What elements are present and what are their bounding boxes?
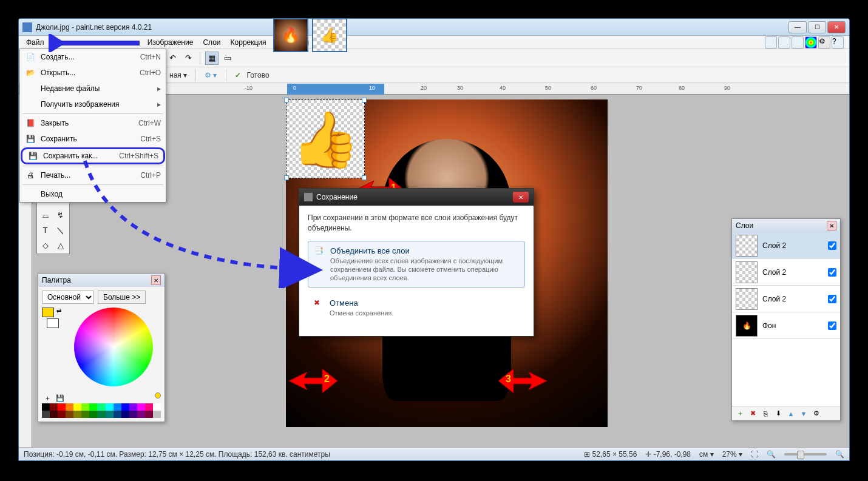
- zoom-slider[interactable]: [784, 453, 827, 456]
- menu-acquire[interactable]: Получить изображения▸: [20, 96, 166, 112]
- primary-color-swatch[interactable]: [42, 308, 54, 317]
- merge-layers-option[interactable]: 📑 Объединить все слои Объединение всех с…: [308, 241, 525, 288]
- menubar: Файл Правка Вид Изображение Слои Коррекц…: [19, 36, 849, 49]
- palette-add-icon[interactable]: ＋: [42, 392, 53, 403]
- palette-save-icon[interactable]: 💾: [55, 392, 66, 403]
- color-mode-select[interactable]: Основной: [42, 291, 94, 304]
- redo-button[interactable]: ↷: [181, 52, 195, 65]
- chevron-right-icon: ▸: [157, 84, 161, 93]
- layers-panel-close[interactable]: ✕: [827, 221, 836, 230]
- aux-toolbar: ⚙ ?: [765, 36, 844, 49]
- maximize-button[interactable]: ☐: [808, 21, 826, 33]
- menu-open[interactable]: 📂Открыть...Ctrl+O: [20, 65, 166, 81]
- colors-panel-title[interactable]: Палитра ✕: [38, 274, 164, 287]
- text-tool[interactable]: T: [38, 223, 52, 237]
- layer-visible-checkbox[interactable]: [828, 295, 836, 303]
- help-icon[interactable]: ?: [832, 36, 844, 49]
- menu-file[interactable]: Файл: [21, 37, 49, 48]
- close-button[interactable]: ✕: [827, 21, 846, 33]
- move-up-button[interactable]: ▲: [785, 408, 796, 419]
- handle-nw[interactable]: [284, 98, 289, 103]
- app-icon: [22, 22, 32, 32]
- print-icon: 🖨: [25, 170, 36, 181]
- colors-panel-close[interactable]: ✕: [151, 275, 161, 285]
- menu-exit[interactable]: Выход: [20, 186, 166, 202]
- menu-print[interactable]: 🖨Печать...Ctrl+P: [20, 167, 166, 183]
- unit-dropdown[interactable]: см ▾: [699, 450, 714, 459]
- magnifier-icon[interactable]: [765, 36, 777, 49]
- handle-ne[interactable]: [362, 98, 367, 103]
- layer-row[interactable]: Слой 2: [732, 232, 840, 259]
- zoom-fit-icon[interactable]: ⛶: [751, 450, 758, 459]
- undo-button[interactable]: ↶: [166, 52, 179, 65]
- layer-visible-checkbox[interactable]: [828, 268, 836, 277]
- cancel-title: Отмена: [330, 298, 393, 308]
- color-strip[interactable]: [42, 403, 161, 411]
- layer-properties-button[interactable]: ⚙: [811, 408, 822, 419]
- ready-label: Готово: [247, 71, 270, 79]
- merge-down-button[interactable]: ⬇: [773, 408, 784, 419]
- menu-new[interactable]: 📄Создать...Ctrl+N: [20, 49, 166, 65]
- thumb-2[interactable]: 👍: [312, 18, 347, 52]
- menu-save-as[interactable]: 💾Сохранить как...Ctrl+Shift+S: [21, 147, 165, 164]
- menu-close[interactable]: 📕ЗакрытьCtrl+W: [20, 115, 166, 131]
- handle-sw[interactable]: [284, 175, 289, 180]
- layer-row[interactable]: Слой 2: [732, 259, 840, 286]
- add-layer-button[interactable]: ＋: [734, 408, 745, 419]
- layer-visible-checkbox[interactable]: [828, 241, 836, 250]
- cancel-desc: Отмена сохранения.: [330, 309, 393, 317]
- recolor-tool[interactable]: ↯: [53, 208, 67, 222]
- merge-title: Объединить все слои: [330, 246, 518, 255]
- status-dimensions: ⊞ 52,65 × 55,56: [584, 450, 637, 459]
- save-icon: 💾: [25, 133, 36, 144]
- duplicate-layer-button[interactable]: ⎘: [760, 408, 771, 419]
- new-icon: 📄: [25, 52, 36, 62]
- colors-panel: Палитра ✕ Основной Больше >> ⇄ ＋ 💾: [38, 273, 165, 422]
- dialog-titlebar[interactable]: Сохранение ✕: [299, 189, 534, 206]
- secondary-color-swatch[interactable]: [47, 318, 59, 328]
- color-wheel[interactable]: [74, 308, 153, 386]
- history-panel-icon[interactable]: [778, 36, 790, 49]
- layers-panel-title[interactable]: Слои ✕: [732, 219, 840, 232]
- layer-visible-checkbox[interactable]: [828, 321, 836, 330]
- dialog-message: При сохранении в этом формате все слои и…: [308, 213, 525, 234]
- zoom-out-icon[interactable]: 🔍: [767, 450, 776, 459]
- dialog-close-button[interactable]: ✕: [513, 192, 529, 203]
- layer-thumb: [736, 288, 758, 310]
- zoom-level[interactable]: 27% ▾: [722, 450, 742, 459]
- statusbar: Позиция: -0,19 см, -0,11 см. Размер: 12,…: [19, 447, 849, 460]
- color-strip-2[interactable]: [42, 411, 161, 418]
- menu-layers[interactable]: Слои: [198, 37, 225, 48]
- thumb-1[interactable]: 🔥: [273, 18, 308, 52]
- rotate-button[interactable]: ⚙ ▾: [205, 71, 217, 79]
- more-button[interactable]: Больше >>: [98, 291, 146, 304]
- settings-icon[interactable]: ⚙: [818, 36, 830, 49]
- colors-panel-icon[interactable]: [805, 36, 817, 49]
- line-tool[interactable]: ＼: [53, 223, 67, 237]
- menu-save[interactable]: 💾СохранитьCtrl+S: [20, 131, 166, 147]
- zoom-in-icon[interactable]: 🔍: [835, 450, 844, 459]
- handle-se[interactable]: [362, 175, 367, 180]
- mode-dropdown[interactable]: ная ▾: [169, 71, 187, 79]
- minimize-button[interactable]: —: [788, 21, 807, 33]
- open-icon: 📂: [25, 67, 36, 78]
- selection-rect[interactable]: 👍: [286, 99, 365, 178]
- delete-layer-button[interactable]: ✖: [747, 408, 758, 419]
- move-down-button[interactable]: ▼: [798, 408, 809, 419]
- grid-button[interactable]: ▦: [205, 52, 219, 65]
- layers-panel-icon[interactable]: [792, 36, 804, 49]
- shapes2-tool[interactable]: △: [53, 238, 67, 252]
- layer-row[interactable]: Слой 2: [732, 286, 840, 312]
- apply-button[interactable]: ✓: [235, 71, 241, 79]
- layer-row[interactable]: 🔥Фон: [732, 312, 840, 339]
- menu-recent[interactable]: Недавние файлы▸: [20, 81, 166, 96]
- menu-adjustments[interactable]: Коррекция: [226, 37, 271, 48]
- clone-tool[interactable]: ⌓: [38, 208, 52, 222]
- close-file-icon: 📕: [25, 118, 36, 129]
- shapes-tool[interactable]: ◇: [38, 238, 52, 252]
- cancel-option[interactable]: ✖ Отмена Отмена сохранения.: [308, 294, 525, 322]
- swap-colors-icon[interactable]: ⇄: [56, 308, 61, 317]
- ruler-button[interactable]: ▭: [221, 52, 234, 65]
- menu-image[interactable]: Изображение: [143, 37, 198, 48]
- file-menu-dropdown: 📄Создать...Ctrl+N 📂Открыть...Ctrl+O Неда…: [19, 49, 166, 203]
